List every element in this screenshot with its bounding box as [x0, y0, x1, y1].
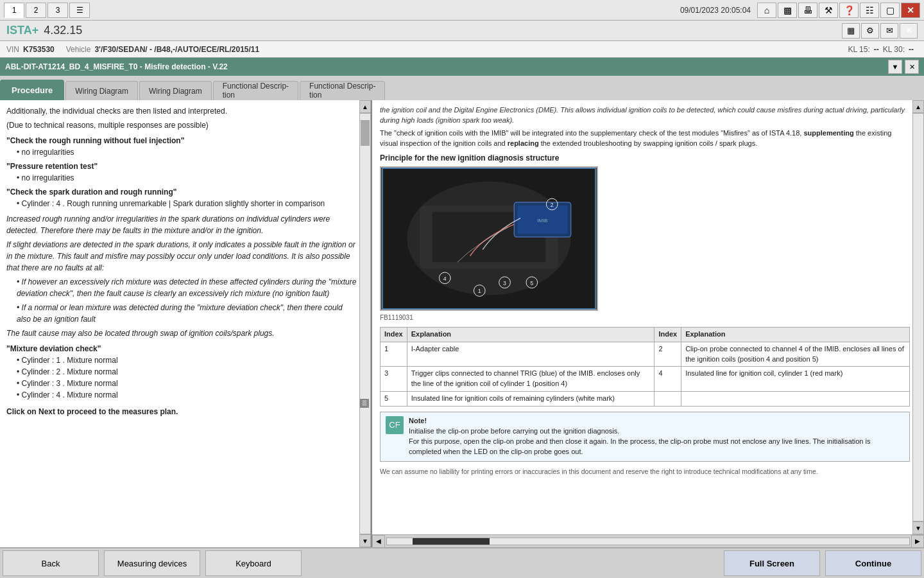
section4-title: "Mixture deviation check" [6, 343, 357, 355]
svg-text:3: 3 [503, 280, 506, 286]
module-title: ABL-DIT-AT1214_BD_4_MISFIRE_T0 - Misfire… [5, 62, 886, 71]
kl15-label: KL 15: [848, 45, 870, 54]
tab-1[interactable]: 1 [4, 3, 24, 18]
tabs-row: Procedure Wiring Diagram Wiring Diagram … [0, 76, 924, 100]
hscroll-track[interactable] [386, 538, 910, 545]
vin-bar: VIN K753530 Vehicle 3'/F30/SEDAN/ - /B48… [0, 41, 924, 58]
note-content: Note! Initialise the clip-on probe befor… [409, 416, 904, 457]
app-version: 4.32.15 [44, 24, 82, 37]
exp2-row2: Insulated line for ignition coil, cylind… [681, 367, 910, 392]
tab-functional2[interactable]: Functional Descrip-tion [300, 81, 385, 100]
idx1-row1: 1 [381, 342, 407, 367]
exp1-row3: Insulated line for ignition coils of rem… [407, 392, 654, 407]
keyboard-button[interactable]: Keyboard [205, 550, 302, 576]
right-para1: The "check of ignition coils with the IM… [380, 128, 910, 149]
back-button[interactable]: Back [3, 550, 99, 576]
kl30-label: KL 30: [883, 45, 905, 54]
tab-2[interactable]: 2 [26, 3, 46, 18]
table-row: 3 Trigger clips connected to channel TRI… [381, 367, 910, 392]
kl30-value: -- [909, 45, 914, 54]
window-icon[interactable]: ▢ [880, 3, 900, 18]
table-row: 5 Insulated line for ignition coils of r… [381, 392, 910, 407]
section2-bullet1: • no irregularities [6, 172, 357, 184]
vin-value: K753530 [23, 45, 55, 54]
measuring-devices-button[interactable]: Measuring devices [104, 550, 200, 576]
right-text-area: the ignition coil and the Digital Engine… [372, 100, 924, 534]
svg-text:5: 5 [530, 280, 533, 286]
datetime-display: 09/01/2023 20:05:04 [680, 6, 751, 15]
appbar-email-icon[interactable]: ✉ [880, 23, 898, 39]
idx1-row3: 5 [381, 392, 407, 407]
left-scrollbar[interactable]: ☰ [359, 113, 371, 534]
tab-3[interactable]: 3 [47, 3, 68, 18]
horizontal-scrollbar[interactable]: ◀ ▶ [372, 534, 924, 547]
main-content: ▲ ☰ Additionally, the individual checks … [0, 100, 924, 547]
engine-image: IMIB 2 1 4 3 5 [380, 166, 598, 311]
note-text: Initialise the clip-on probe before carr… [409, 426, 904, 457]
continue-button[interactable]: Continue [825, 550, 921, 576]
tab-procedure[interactable]: Procedure [0, 80, 64, 100]
tab-list-button[interactable]: ☰ [69, 3, 90, 18]
home-icon[interactable]: ⌂ [757, 3, 776, 18]
section1-title: "Check the rough running without fuel in… [6, 135, 357, 146]
tab-wiring1[interactable]: Wiring Diagram [65, 81, 138, 100]
app-bar: ISTA+ 4.32.15 ▦ ⚙ ✉ ✕ [0, 21, 924, 41]
appbar-settings-icon[interactable]: ⚙ [861, 23, 879, 39]
vehicle-value: 3'/F30/SEDAN/ - /B48,-/AUTO/ECE/RL/2015/… [94, 45, 259, 54]
italic1: Increased rough running and/or irregular… [6, 213, 357, 236]
svg-text:4: 4 [443, 276, 447, 282]
module-expand-icon[interactable]: ▼ [888, 60, 902, 74]
hscroll-thumb[interactable] [413, 538, 490, 545]
exp2-row3 [681, 392, 910, 407]
principle-title: Principle for the new ignition diagnosis… [380, 153, 910, 164]
idx1-row2: 3 [381, 367, 407, 392]
left-scroll-up-button[interactable]: ▲ [359, 100, 371, 113]
bullet-b: • If a normal or lean mixture was detect… [6, 302, 357, 325]
exp1-row1: I-Adapter cable [407, 342, 654, 367]
hscroll-right-button[interactable]: ▶ [911, 535, 924, 548]
cyl1: • Cylinder : 1 . Mixture normal [6, 355, 357, 366]
note-box: CF Note! Initialise the clip-on probe be… [380, 412, 910, 462]
print-icon[interactable]: 🖶 [798, 3, 817, 18]
section3-title: "Check the spark duration and rough runn… [6, 186, 357, 198]
right-intro: the ignition coil and the Digital Engine… [380, 105, 910, 126]
appbar-grid-icon[interactable]: ▦ [842, 23, 860, 39]
close-button[interactable]: ✕ [901, 3, 920, 18]
table-header-index2: Index [654, 327, 681, 342]
module-bar: ABL-DIT-AT1214_BD_4_MISFIRE_T0 - Misfire… [0, 58, 924, 76]
title-bar: 1 2 3 ☰ 09/01/2023 20:05:04 ⌂ ▩ 🖶 ⚒ ❓ ☷ … [0, 0, 924, 21]
table-header-explanation1: Explanation [407, 327, 654, 342]
svg-text:IMIB: IMIB [537, 218, 547, 224]
left-para2: (Due to technical reasons, multiple resp… [6, 119, 357, 131]
bullet-a: • If however an excessively rich mixture… [6, 276, 357, 299]
left-scroll-down-button[interactable]: ▼ [359, 534, 371, 547]
kl15-value: -- [874, 45, 879, 54]
settings-icon[interactable]: ⚒ [819, 3, 838, 18]
left-panel: ▲ ☰ Additionally, the individual checks … [0, 100, 372, 547]
display-icon[interactable]: ▩ [778, 3, 797, 18]
table-header-explanation2: Explanation [681, 327, 910, 342]
idx2-row1: 2 [654, 342, 681, 367]
full-screen-button[interactable]: Full Screen [724, 550, 820, 576]
list-icon[interactable]: ☷ [860, 3, 879, 18]
right-scrollbar[interactable] [912, 113, 924, 521]
tab-functional1[interactable]: Functional Descrip-tion [213, 81, 298, 100]
right-scroll-down-button[interactable]: ▼ [912, 521, 924, 534]
note-icon: CF [386, 416, 404, 434]
cyl2: • Cylinder : 2 . Mixture normal [6, 366, 357, 378]
table-row: 1 I-Adapter cable 2 Clip-on probe connec… [381, 342, 910, 367]
disclaimer-text: We can assume no liability for printing … [380, 467, 910, 477]
tab-wiring2[interactable]: Wiring Diagram [139, 81, 212, 100]
idx2-row2: 4 [654, 367, 681, 392]
module-close-icon[interactable]: ✕ [905, 60, 919, 74]
hscroll-left-button[interactable]: ◀ [372, 535, 385, 548]
image-label: FB1119031 [380, 313, 910, 323]
right-scroll-up-button[interactable]: ▲ [912, 100, 924, 113]
index-table: Index Explanation Index Explanation 1 I-… [380, 327, 910, 407]
table-header-index1: Index [381, 327, 407, 342]
svg-text:2: 2 [551, 202, 554, 208]
appbar-close-button[interactable]: ✕ [900, 23, 918, 39]
help-icon[interactable]: ❓ [839, 3, 859, 18]
exp1-row2: Trigger clips connected to channel TRIG … [407, 367, 654, 392]
section2-title: "Pressure retention test" [6, 161, 357, 172]
